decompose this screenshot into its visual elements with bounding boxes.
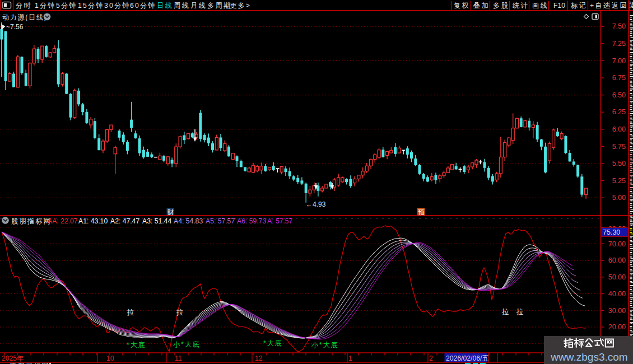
svg-text:2025年: 2025年 bbox=[2, 354, 24, 362]
svg-text:7.25: 7.25 bbox=[612, 40, 626, 48]
svg-text:5.00: 5.00 bbox=[612, 194, 626, 202]
svg-text:6.25: 6.25 bbox=[612, 108, 626, 116]
svg-text:月线: 月线 bbox=[190, 2, 207, 10]
svg-text:5.50: 5.50 bbox=[612, 160, 626, 167]
svg-text:返回: 返回 bbox=[612, 2, 628, 10]
svg-text:+自选: +自选 bbox=[590, 2, 611, 10]
svg-text:AA: 22.07: AA: 22.07 bbox=[48, 217, 78, 225]
svg-text:60分钟: 60分钟 bbox=[130, 2, 156, 10]
svg-text:1: 1 bbox=[348, 354, 352, 362]
svg-text:日线: 日线 bbox=[157, 2, 173, 10]
svg-text:1分钟: 1分钟 bbox=[35, 2, 56, 10]
svg-text:小*大底: 小*大底 bbox=[311, 341, 339, 349]
svg-text:周线: 周线 bbox=[174, 2, 190, 10]
svg-text:7.50: 7.50 bbox=[612, 22, 626, 30]
svg-text:拉: 拉 bbox=[176, 309, 184, 316]
svg-text:复权: 复权 bbox=[454, 2, 470, 10]
svg-text:~7.56: ~7.56 bbox=[6, 23, 24, 31]
svg-text:20.00: 20.00 bbox=[608, 323, 626, 331]
svg-text:多周期: 多周期 bbox=[207, 2, 231, 10]
svg-text:5分钟: 5分钟 bbox=[56, 2, 77, 10]
svg-text:www.zbgs3.com: www.zbgs3.com bbox=[550, 351, 627, 363]
svg-text:A4: 54.83: A4: 54.83 bbox=[174, 217, 203, 225]
svg-text:A2: 47.47: A2: 47.47 bbox=[110, 217, 139, 225]
svg-text:11: 11 bbox=[175, 354, 182, 362]
svg-text:30分钟: 30分钟 bbox=[104, 2, 131, 10]
svg-text:A1: 43.10: A1: 43.10 bbox=[78, 217, 108, 225]
svg-text:A: 57.57: A: 57.57 bbox=[267, 217, 293, 225]
svg-text:叠加: 叠加 bbox=[473, 2, 490, 10]
svg-text:30.00: 30.00 bbox=[608, 307, 626, 315]
svg-text:拉: 拉 bbox=[516, 308, 524, 316]
svg-text:2: 2 bbox=[429, 354, 433, 362]
svg-text:股朋指标网: 股朋指标网 bbox=[11, 217, 52, 225]
svg-text:75.30: 75.30 bbox=[603, 228, 620, 236]
svg-text:A3: 51.44: A3: 51.44 bbox=[142, 217, 171, 225]
svg-text:60.00: 60.00 bbox=[608, 256, 626, 264]
svg-text:统计: 统计 bbox=[513, 2, 529, 10]
svg-text:40.00: 40.00 bbox=[608, 290, 626, 298]
svg-text:7.00: 7.00 bbox=[612, 57, 626, 65]
svg-text:返: 返 bbox=[630, 1, 633, 9]
svg-text:15分钟: 15分钟 bbox=[78, 2, 104, 10]
svg-text:更多>: 更多> bbox=[230, 2, 251, 10]
svg-text:2026/02/06/五: 2026/02/06/五 bbox=[446, 354, 489, 362]
svg-text:←4.93: ←4.93 bbox=[306, 200, 326, 208]
svg-text:财: 财 bbox=[167, 208, 174, 216]
svg-text:股朋指标网: 股朋指标网 bbox=[10, 362, 50, 364]
svg-text:*大底: *大底 bbox=[127, 341, 146, 349]
svg-text:50.00: 50.00 bbox=[608, 273, 626, 281]
svg-text:分时: 分时 bbox=[16, 2, 32, 10]
svg-text:画线: 画线 bbox=[532, 2, 548, 10]
svg-text:小*大底: 小*大底 bbox=[173, 340, 201, 348]
svg-text:6.00: 6.00 bbox=[612, 125, 626, 133]
svg-text:5.75: 5.75 bbox=[612, 143, 626, 151]
svg-text:A5: 57.57: A5: 57.57 bbox=[206, 217, 235, 225]
svg-text:预: 预 bbox=[418, 208, 425, 216]
svg-text:10: 10 bbox=[106, 354, 114, 362]
svg-text:动力源(日线): 动力源(日线) bbox=[2, 13, 47, 21]
svg-text:5.25: 5.25 bbox=[612, 177, 626, 185]
svg-text:F10: F10 bbox=[553, 2, 565, 10]
svg-text:70.00: 70.00 bbox=[608, 240, 626, 248]
svg-text:6.50: 6.50 bbox=[612, 91, 626, 99]
svg-text:拉: 拉 bbox=[501, 308, 509, 316]
svg-text:标记: 标记 bbox=[571, 2, 587, 10]
svg-text:6.75: 6.75 bbox=[612, 74, 626, 82]
svg-text:多股: 多股 bbox=[493, 2, 509, 10]
svg-text:拉: 拉 bbox=[127, 309, 134, 316]
svg-text:A6: 59.73: A6: 59.73 bbox=[237, 217, 266, 225]
svg-text:*大底: *大底 bbox=[263, 339, 283, 347]
svg-text:12: 12 bbox=[255, 354, 263, 362]
